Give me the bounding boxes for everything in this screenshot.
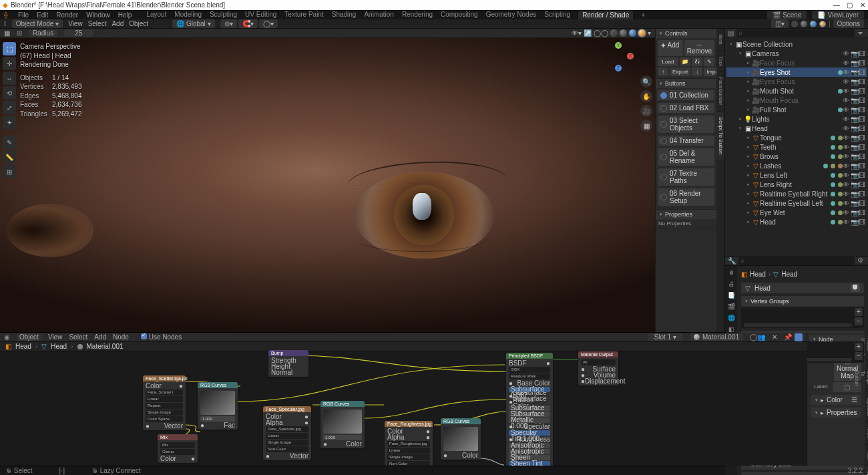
workspace-tab-uv-editing[interactable]: UV Editing: [245, 11, 276, 19]
ne-crumb-mat[interactable]: Material.001: [87, 343, 124, 350]
tool-annotate[interactable]: ✎: [3, 136, 16, 149]
ne-menu-select[interactable]: Select: [69, 333, 87, 341]
header-menu-select[interactable]: Select: [88, 20, 107, 27]
ne-crumb-mesh[interactable]: Head: [51, 343, 67, 350]
material-field[interactable]: Material.001: [690, 333, 743, 341]
ne-tab-script-to-button[interactable]: Script To Button: [865, 365, 868, 392]
btn-exp-up-icon[interactable]: ↑: [658, 67, 668, 76]
npanel-tab-facebuilder[interactable]: FaceBuilder: [716, 71, 724, 112]
outliner-item-lens-right[interactable]: ▸▽Lens Right👁📷🎞: [726, 180, 867, 189]
prop-crumb-obj[interactable]: Head: [750, 271, 766, 278]
overlays-dropdown[interactable]: ◫▾: [771, 19, 789, 28]
mat-new-icon[interactable]: ✕: [772, 333, 777, 341]
outliner-item-realtime-eyeball-left[interactable]: ▸▽Realtime Eyeball Left👁📷🎞: [726, 198, 867, 208]
node-rgb-curves-3[interactable]: RGB Curves ●Color: [441, 418, 481, 460]
node-tex-roughness[interactable]: Face_Roughness.jpg Color● Alpha● Face_Ro…: [385, 421, 433, 466]
prop-tab-render[interactable]: 🖥: [726, 267, 736, 278]
vp-shading-wire[interactable]: [610, 29, 618, 37]
ne-tab-node[interactable]: Node: [865, 466, 868, 475]
node-rgb-curves-1[interactable]: RGB Curves 1.000 ●Fac: [198, 382, 238, 430]
axis-y[interactable]: Y: [615, 42, 622, 49]
minimize-button[interactable]: —: [833, 1, 839, 9]
nav-camera[interactable]: 🎥: [640, 105, 652, 117]
outliner-item-full-shot[interactable]: ▸🎥Full Shot👁📷🎞: [726, 105, 867, 114]
ne-side-props-header[interactable]: ▸ Properties: [811, 408, 861, 418]
outliner-item-face-focus[interactable]: ▸🎥Face Focus👁📷🎞: [726, 58, 867, 67]
workspace-tab-sculpting[interactable]: Sculpting: [210, 11, 237, 19]
outliner-item-lights[interactable]: ▸💡Lights👁📷🎞: [726, 114, 867, 124]
script-button-04-transfer[interactable]: 04 Transfer: [658, 136, 714, 146]
props-editor-icon[interactable]: 🔧: [728, 257, 736, 265]
btn-load-folder-icon[interactable]: 📁: [680, 57, 690, 66]
outliner-item-mouth-focus[interactable]: ▸🎥Mouth Focus👁📷🎞: [726, 96, 867, 105]
header-menu-object[interactable]: Object: [129, 20, 148, 27]
scene-field[interactable]: 🎬Scene: [767, 11, 807, 19]
tool-cursor[interactable]: ✛: [3, 57, 16, 70]
outliner-item-brows[interactable]: ▸▽Brows👁📷🎞: [726, 152, 867, 161]
vp-overlay-toggle[interactable]: ◯◯: [594, 29, 608, 37]
workspace-tab-scripting[interactable]: Scripting: [544, 11, 570, 19]
node-value[interactable]: Mix Mix Clamp Color●: [158, 434, 198, 463]
btn-remove[interactable]: — Remove: [684, 40, 714, 56]
script-button-02-load-fbx[interactable]: 02 Load FBX: [658, 103, 714, 113]
workspace-tab-geometry-nodes[interactable]: Geometry Nodes: [486, 11, 537, 19]
ne-backdrop-icon[interactable]: [795, 333, 803, 341]
workspace-tab-layout[interactable]: Layout: [146, 11, 166, 19]
header-menu-view[interactable]: View: [68, 20, 83, 27]
header-menu-add[interactable]: Add: [112, 20, 124, 27]
add-workspace-button[interactable]: +: [641, 11, 645, 19]
btn-load-refresh-icon[interactable]: 🗘: [692, 57, 702, 66]
outliner-item-teeth[interactable]: ▸▽Teeth👁📷🎞: [726, 142, 867, 152]
tool-select-box[interactable]: ⬚: [3, 42, 16, 55]
outliner-item-eye-wet[interactable]: ▸▽Eye Wet👁📷🎞: [726, 208, 867, 217]
node-rgb-curves-2[interactable]: RGB Curves 1.000 ●Color: [320, 401, 365, 448]
script-button-01-collection[interactable]: 01 Collection: [658, 90, 714, 100]
outliner-item-eyes-focus[interactable]: ▸🎥Eyes Focus👁📷🎞: [726, 77, 867, 86]
shading-rendered[interactable]: [819, 21, 826, 27]
nav-zoom[interactable]: 🔍: [640, 75, 652, 88]
outliner-search[interactable]: [736, 29, 855, 37]
script-button-03-select-objects[interactable]: 03 Select Objects: [658, 116, 714, 133]
viewlayer-field[interactable]: 📑ViewLayer: [812, 11, 864, 19]
vp-editor-icon[interactable]: ▦: [4, 29, 10, 37]
node-tex-scatter[interactable]: Face_Scatter.tga.pn Color● Face_Scatter.…: [143, 375, 186, 430]
outliner-item-mouth-shot[interactable]: ▸🎥Mouth Shot👁📷🎞: [726, 86, 867, 96]
btn-imp-down-icon[interactable]: ↓: [692, 67, 702, 76]
node-bump[interactable]: Bump Strength Height Normal: [268, 350, 308, 377]
vp-shading-matprev[interactable]: [629, 29, 636, 37]
mat-unlink-icon[interactable]: ◯👥: [750, 333, 765, 341]
props-filter-icon[interactable]: ⚙: [857, 257, 865, 265]
panel-properties-header[interactable]: Properties: [656, 210, 716, 219]
ne-menu-view[interactable]: View: [48, 333, 63, 341]
snap-toggle[interactable]: 🧲▾: [238, 19, 258, 28]
btn-load[interactable]: Load: [658, 57, 678, 66]
menu-help[interactable]: Help: [118, 11, 132, 19]
ne-object-btn[interactable]: Object: [17, 333, 41, 341]
workspace-tab-render-shade[interactable]: Render / Shade: [578, 11, 633, 19]
prop-panel-vertex-groups[interactable]: Vertex Groups: [741, 296, 864, 307]
script-button-07-textre-paths[interactable]: 07 Textre Paths: [658, 168, 714, 186]
tool-measure[interactable]: 📏: [3, 150, 16, 164]
panel-controls-header[interactable]: Controls: [656, 29, 716, 38]
prop-tab-scene[interactable]: 🎬: [726, 301, 736, 312]
ne-editor-icon[interactable]: ◉: [4, 333, 10, 341]
tool-move[interactable]: ↔: [3, 71, 16, 85]
axis-x[interactable]: X: [627, 53, 634, 59]
orientation-dropdown[interactable]: 🌐 Global ▾: [172, 19, 214, 28]
ne-pin-icon[interactable]: 📌: [784, 333, 792, 341]
vp-shading-dropdown[interactable]: ▾: [648, 29, 651, 37]
radius-field[interactable]: 25: [64, 29, 93, 37]
proportional-toggle[interactable]: ◯▾: [259, 19, 278, 28]
pivot-dropdown[interactable]: ⊙▾: [220, 19, 237, 28]
editor-type-icon[interactable]: 𓊝: [4, 20, 7, 27]
menu-edit[interactable]: Edit: [37, 11, 48, 19]
vp-shading-rendered[interactable]: [638, 29, 646, 37]
script-button-05-del-rename[interactable]: 05 Del & Rename: [658, 148, 714, 166]
outliner-item-head[interactable]: ▸▽Head👁📷🎞: [726, 217, 867, 226]
outliner-editor-icon[interactable]: ▤: [728, 29, 734, 37]
node-tex-specular[interactable]: Face_Specular.jpg Color● Alpha● Face_Spe…: [263, 406, 311, 460]
ne-menu-node[interactable]: Node: [113, 333, 129, 341]
maximize-button[interactable]: ▢: [847, 1, 852, 9]
prop-panel-custom-properties[interactable]: Custom Properties: [741, 472, 864, 475]
options-dropdown[interactable]: Options: [833, 19, 864, 28]
